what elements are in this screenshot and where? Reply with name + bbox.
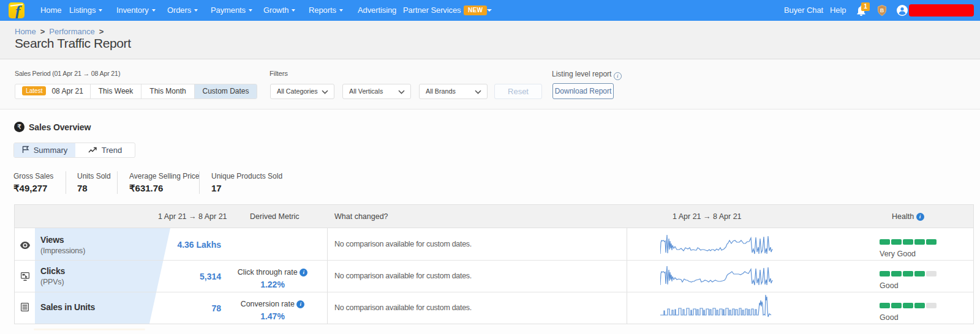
svg-text:B: B [880,7,884,13]
